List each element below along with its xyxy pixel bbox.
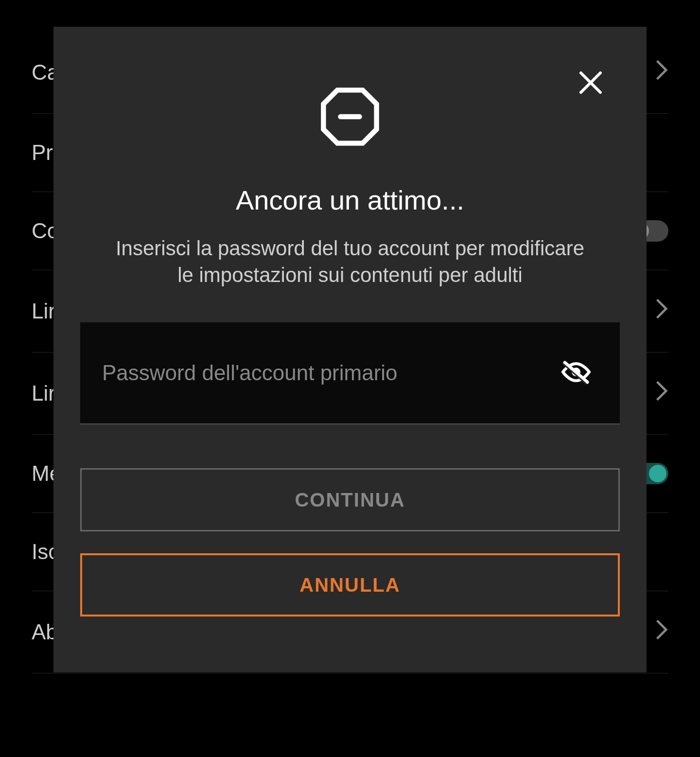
continue-button[interactable]: CONTINUA xyxy=(80,468,620,531)
toggle-password-visibility-button[interactable] xyxy=(554,354,598,392)
eye-off-icon xyxy=(559,380,593,387)
cancel-button[interactable]: ANNULLA xyxy=(80,553,620,616)
password-input-container xyxy=(80,322,620,424)
modal-description: Inserisci la password del tuo account pe… xyxy=(107,235,593,288)
password-input[interactable] xyxy=(102,361,554,385)
close-button[interactable] xyxy=(571,63,610,104)
stop-icon xyxy=(318,85,382,150)
close-icon xyxy=(576,91,605,99)
modal-overlay: Ancora un attimo... Inserisci la passwor… xyxy=(0,0,700,757)
modal-title: Ancora un attimo... xyxy=(236,184,464,216)
password-modal: Ancora un attimo... Inserisci la passwor… xyxy=(53,27,647,672)
